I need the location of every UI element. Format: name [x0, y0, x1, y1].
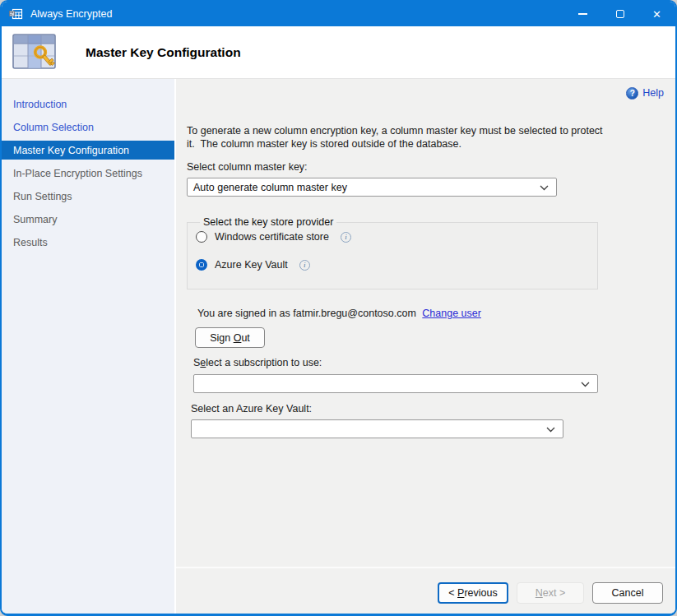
master-key-combobox-value: Auto generate column master key [188, 182, 540, 193]
page-title: Master Key Configuration [86, 45, 241, 60]
wizard-footer: < Previous Next > Cancel [176, 567, 675, 614]
close-button[interactable]: ✕ [638, 2, 675, 26]
sidebar-item-column-selection[interactable]: Column Selection [2, 116, 174, 139]
sign-out-label-post: ut [241, 332, 249, 344]
keyvault-combobox[interactable] [191, 419, 563, 438]
radio-azure-key-vault-label: Azure Key Vault [215, 259, 288, 271]
cancel-button[interactable]: Cancel [592, 582, 663, 604]
sidebar-item-results: Results [2, 231, 174, 254]
sidebar-item-master-key-configuration[interactable]: Master Key Configuration [2, 141, 174, 160]
wizard-header: Master Key Configuration [2, 26, 675, 79]
intro-line-2: it. The column master key is stored outs… [187, 138, 664, 151]
change-user-link[interactable]: Change user [422, 308, 481, 319]
help-label: Help [642, 87, 664, 99]
sign-out-label-mnemonic: O [234, 332, 242, 344]
keyvault-label: Select an Azure Key Vault: [191, 403, 664, 415]
sidebar-item-run-settings: Run Settings [2, 185, 174, 208]
key-store-provider-group: Select the key store provider Windows ce… [187, 216, 598, 289]
table-key-icon [12, 34, 58, 72]
minimize-icon [578, 13, 587, 15]
maximize-button[interactable] [601, 2, 638, 26]
radio-on-icon [196, 259, 207, 271]
radio-windows-certificate-store[interactable]: Windows certificate store i [196, 231, 589, 243]
close-icon: ✕ [652, 9, 661, 20]
master-key-label: Select column master key: [187, 161, 664, 173]
chevron-down-icon [546, 424, 555, 435]
radio-windows-certificate-store-label: Windows certificate store [215, 231, 329, 243]
info-icon[interactable]: i [299, 260, 310, 271]
master-key-combobox[interactable]: Auto generate column master key [187, 178, 557, 197]
title-bar[interactable]: Always Encrypted ✕ [2, 2, 675, 26]
window-title: Always Encrypted [30, 8, 112, 20]
sign-out-label-pre: Sign [210, 332, 234, 344]
master-key-configuration-page: ? Help To generate a new column encrypti… [176, 79, 675, 567]
sidebar-item-in-place-encryption-settings: In-Place Encryption Settings [2, 162, 174, 185]
next-button: Next > [517, 582, 584, 604]
previous-button[interactable]: < Previous [438, 582, 508, 604]
wizard-steps-nav: Introduction Column Selection Master Key… [2, 79, 176, 614]
sidebar-item-introduction[interactable]: Introduction [2, 93, 174, 116]
info-icon[interactable]: i [341, 232, 351, 243]
subscription-combobox[interactable] [193, 374, 598, 393]
help-icon: ? [626, 87, 638, 100]
sign-out-button[interactable]: Sign Out [195, 327, 265, 348]
chevron-down-icon [581, 378, 590, 390]
key-store-provider-legend: Select the key store provider [200, 216, 336, 228]
radio-off-icon [196, 231, 207, 243]
maximize-icon [616, 10, 624, 18]
help-link[interactable]: ? Help [626, 86, 664, 100]
intro-line-1: To generate a new column encryption key,… [187, 125, 664, 138]
chevron-down-icon [540, 182, 549, 193]
app-icon [9, 8, 23, 21]
subscription-label: Select a subscription to use: [193, 357, 664, 368]
radio-azure-key-vault[interactable]: Azure Key Vault i [196, 259, 589, 271]
signed-in-text: You are signed in as fatmir.bregu@contos… [197, 308, 416, 319]
always-encrypted-window: Always Encrypted ✕ [0, 0, 677, 616]
sidebar-item-summary: Summary [2, 208, 174, 231]
minimize-button[interactable] [564, 2, 601, 26]
intro-text: To generate a new column encryption key,… [187, 125, 664, 151]
